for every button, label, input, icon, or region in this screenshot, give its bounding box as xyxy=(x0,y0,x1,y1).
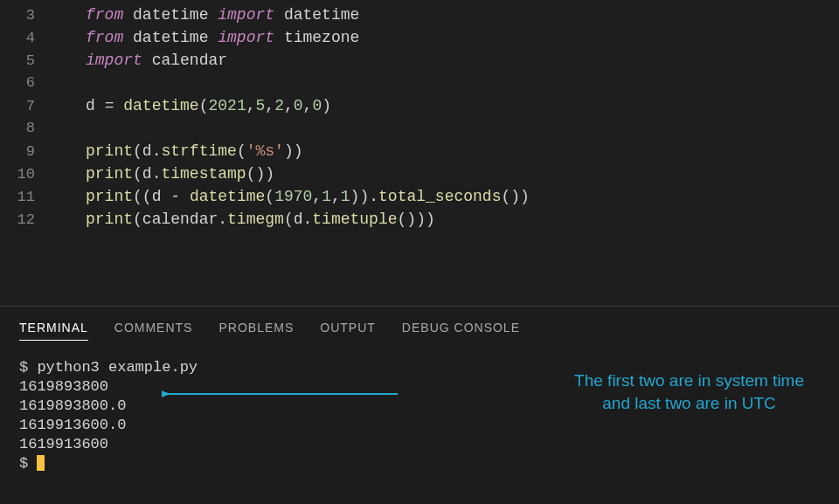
code-line[interactable]: 7d = datetime(2021,5,2,0,0) xyxy=(0,94,839,117)
line-number: 3 xyxy=(0,4,59,27)
code-line[interactable]: 11print((d - datetime(1970,1,1)).total_s… xyxy=(0,185,839,208)
bottom-panel: TERMINALCOMMENTSPROBLEMSOUTPUTDEBUG CONS… xyxy=(0,306,839,504)
tab-output[interactable]: OUTPUT xyxy=(320,321,376,341)
code-line[interactable]: 3from datetime import datetime xyxy=(0,3,839,26)
code-line[interactable]: 5import calendar xyxy=(0,49,839,72)
tab-debug-console[interactable]: DEBUG CONSOLE xyxy=(402,321,520,341)
annotation-text: The first two are in system time and las… xyxy=(574,369,804,415)
code-line[interactable]: 10print(d.timestamp()) xyxy=(0,162,839,185)
code-line[interactable]: 6 xyxy=(0,72,839,94)
code-content[interactable]: print(d.strftime('%s')) xyxy=(59,140,303,162)
line-number: 4 xyxy=(0,27,59,50)
line-number: 6 xyxy=(0,72,59,94)
code-content[interactable]: print(calendar.timegm(d.timetuple())) xyxy=(59,208,435,231)
tab-problems[interactable]: PROBLEMS xyxy=(218,321,294,341)
code-line[interactable]: 9print(d.strftime('%s')) xyxy=(0,140,839,162)
panel-tabs: TERMINALCOMMENTSPROBLEMSOUTPUTDEBUG CONS… xyxy=(19,307,820,349)
line-number: 5 xyxy=(0,50,59,72)
annotation-line2: and last two are in UTC xyxy=(602,394,776,412)
code-editor[interactable]: 3from datetime import datetime4from date… xyxy=(0,0,839,306)
terminal-prompt-line[interactable]: $ xyxy=(19,454,820,473)
line-number: 7 xyxy=(0,95,59,118)
code-content[interactable]: print(d.timestamp()) xyxy=(59,162,274,185)
tab-comments[interactable]: COMMENTS xyxy=(114,321,193,341)
terminal-output-line: 1619913600 xyxy=(19,435,820,454)
code-content[interactable]: from datetime import timezone xyxy=(59,26,359,49)
code-line[interactable]: 8 xyxy=(0,117,839,140)
code-line[interactable]: 12print(calendar.timegm(d.timetuple())) xyxy=(0,208,839,231)
code-content[interactable]: from datetime import datetime xyxy=(59,3,359,26)
line-number: 8 xyxy=(0,117,59,140)
code-line[interactable]: 4from datetime import timezone xyxy=(0,26,839,49)
annotation-line1: The first two are in system time xyxy=(574,371,804,390)
code-content[interactable]: import calendar xyxy=(59,49,227,72)
cursor-icon xyxy=(37,455,45,471)
tab-terminal[interactable]: TERMINAL xyxy=(19,321,88,341)
line-number: 9 xyxy=(0,141,59,163)
line-number: 10 xyxy=(0,163,59,186)
line-number: 12 xyxy=(0,209,59,231)
code-content[interactable]: print((d - datetime(1970,1,1)).total_sec… xyxy=(59,185,530,208)
terminal-output-line: 1619913600.0 xyxy=(19,416,820,435)
code-content[interactable]: d = datetime(2021,5,2,0,0) xyxy=(59,94,331,117)
line-number: 11 xyxy=(0,186,59,209)
